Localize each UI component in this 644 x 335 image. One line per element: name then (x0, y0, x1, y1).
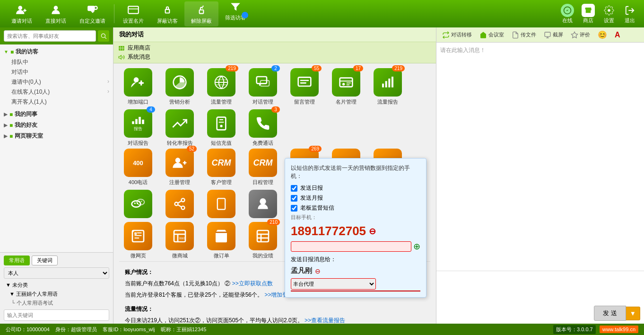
web-chat-header[interactable]: ▶ ■ 网页聊天室 (0, 131, 113, 141)
send-daily-label: 发送日报消息给： (291, 256, 420, 264)
direct-btn[interactable]: 直接对话 (39, 1, 73, 26)
custom-invite-btn[interactable]: 自定义邀请 (73, 1, 112, 26)
set-card-icon (127, 3, 140, 17)
direct-icon (49, 3, 62, 17)
check-monthly[interactable] (291, 195, 297, 202)
send-arrow-btn[interactable]: ▼ (626, 307, 640, 320)
msg-input[interactable] (440, 274, 640, 302)
phrase-tab[interactable]: 常用语 (4, 256, 30, 265)
my-colleagues-header[interactable]: ▶ ■ 我的同事 (0, 109, 113, 120)
phrase-person-select[interactable]: 本人 (4, 267, 109, 279)
queuing-item[interactable]: 排队中 (0, 57, 113, 67)
svg-rect-19 (298, 77, 311, 86)
my-friends-header[interactable]: ▶ ■ 我的好友 (0, 120, 113, 131)
add-phone-btn[interactable]: ⊕ (413, 241, 420, 252)
screen-btn[interactable]: 截屏 (542, 30, 565, 40)
check-boss-row: 老板监督短信 (291, 204, 420, 212)
screen-visit-btn[interactable]: 屏蔽访客 (150, 1, 184, 26)
remove-person-btn[interactable]: ⊖ (315, 267, 321, 275)
app-person2[interactable] (244, 190, 282, 220)
transfer-btn[interactable]: 对话转移 (440, 30, 474, 40)
app-conv-report[interactable]: 报告 4 对话报告 (119, 109, 157, 147)
font-btn[interactable]: A (613, 30, 622, 40)
system-msg-link[interactable]: 系统消息 (118, 53, 431, 61)
svg-rect-23 (382, 84, 384, 88)
get-points-link[interactable]: >>立即获取点数 (232, 280, 273, 287)
file-btn[interactable]: 传文件 (510, 30, 538, 40)
app-sms-recharge[interactable]: 短信充值 (202, 109, 240, 147)
new-phone-input[interactable] (291, 241, 411, 252)
sms-popup: 以短信的形式发送前一天的营销数据到指定的手机： 发送日报 发送月报 老板监督短信… (285, 158, 426, 298)
app-wechat-mall[interactable]: 微订单 (202, 222, 240, 259)
app-customer-mgmt[interactable]: CRM 客户管理 (202, 149, 240, 186)
app-mini-order[interactable]: 210 我的业绩 (244, 222, 282, 259)
exit-btn[interactable]: 退出 (620, 2, 639, 26)
filter-visit-icon (229, 0, 242, 13)
shop-btn[interactable]: 商店 (579, 2, 598, 26)
app-tel400[interactable]: 400 400电话 (119, 149, 157, 186)
app-convert-report[interactable]: 转化率报告 (161, 109, 199, 147)
msg-area: 请在此输入消息！ (436, 43, 644, 271)
phrase-category[interactable]: ▼ 未分类 (4, 281, 109, 290)
remove-block-btn[interactable]: 解除屏蔽 (184, 1, 218, 26)
my-visitors-header[interactable]: ▼ ■ 我的访客 (0, 46, 113, 57)
svg-point-43 (175, 203, 178, 206)
phrase-sub-item[interactable]: └ 个人常用语考试 (4, 299, 109, 308)
set-card-btn[interactable]: 设置名片 (116, 1, 150, 26)
app-store-link[interactable]: 应用商店 (118, 44, 431, 52)
svg-rect-50 (132, 230, 144, 242)
svg-rect-20 (340, 78, 353, 87)
online-visitors-item[interactable]: 在线客人(10人) › (0, 87, 113, 97)
app-traffic-report[interactable]: 219 流量报告 (369, 68, 407, 106)
emoji-btn[interactable]: 😊 (596, 29, 609, 40)
svg-rect-60 (545, 32, 550, 36)
in-conv-item[interactable]: 对话中 (0, 67, 113, 77)
app-free-call[interactable]: 3 免费通话 (244, 109, 282, 147)
search-bar (0, 27, 113, 44)
check-boss[interactable] (291, 205, 297, 212)
svg-point-1 (54, 6, 58, 10)
app-web-page[interactable]: Web 微商城 (161, 222, 199, 259)
app-conv-mgmt[interactable]: 2 对话管理 (244, 68, 282, 106)
app-marketing[interactable]: 营销分析 (161, 68, 199, 106)
app-card-mgmt[interactable]: 17 名片管理 (327, 68, 365, 106)
away-visitors-item[interactable]: 离开客人(1人) (0, 97, 113, 107)
app-traffic[interactable]: 219 流量管理 (202, 68, 240, 106)
keyword-tab[interactable]: 关键词 (32, 256, 58, 265)
phrase-tree: ▼ 未分类 ▼ 王丽娟个人常用语 └ 个人常用语考试 (4, 281, 109, 308)
app-share[interactable] (161, 190, 199, 220)
svg-line-12 (105, 37, 106, 39)
meeting-btn[interactable]: 会议室 (478, 30, 506, 40)
send-button[interactable]: 发 送 (594, 306, 626, 321)
phone-display: 18911772705 ⊖ (291, 224, 420, 238)
app-mobile[interactable] (202, 190, 240, 220)
traffic-report-link[interactable]: >>查看流量报告 (305, 317, 345, 324)
svg-marker-14 (119, 55, 121, 59)
keyword-input[interactable] (4, 309, 109, 321)
app-msg-mgmt[interactable]: 55 留言管理 (286, 68, 323, 106)
svg-rect-29 (139, 117, 141, 124)
inviting-item[interactable]: 邀请中(0人) › (0, 77, 113, 87)
dept-select[interactable]: 丰台代理 (291, 278, 376, 290)
invite-btn[interactable]: 邀请对话 (5, 1, 39, 26)
app-add-terminal[interactable]: 增加端口 (119, 68, 157, 106)
svg-point-35 (175, 158, 181, 163)
search-button[interactable] (98, 30, 109, 42)
status-right: 版本号：3.0.0.7 www.talk99.cn (553, 325, 638, 334)
filter-visit-btn[interactable]: 筛选访客 (218, 0, 252, 30)
settings-btn[interactable]: 设置 (600, 2, 618, 26)
svg-rect-7 (200, 10, 204, 14)
app-reg-mgmt[interactable]: 52 注册管理 (161, 149, 199, 186)
svg-rect-47 (218, 198, 225, 209)
search-input[interactable] (4, 30, 96, 42)
online-status-btn[interactable]: 在线 (558, 2, 577, 26)
phrase-group[interactable]: ▼ 王丽娟个人常用语 (4, 290, 109, 299)
app-wechat[interactable] (119, 190, 157, 220)
remove-phone-btn[interactable]: ⊖ (369, 226, 376, 237)
check-monthly-row: 发送月报 (291, 194, 420, 202)
check-daily[interactable] (291, 185, 297, 192)
app-schedule[interactable]: CRM 日程管理 (244, 149, 282, 186)
app-landing[interactable]: 微网页 (119, 222, 157, 259)
svg-line-45 (178, 205, 182, 207)
rate-btn[interactable]: 评价 (569, 30, 592, 40)
